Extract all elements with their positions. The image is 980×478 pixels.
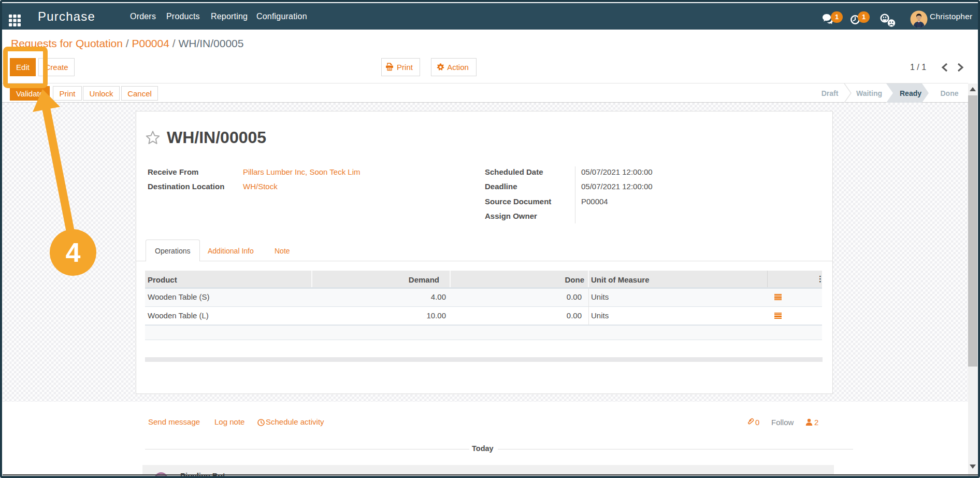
svg-text:Done: Done [941,89,959,97]
svg-text:4: 4 [66,237,81,268]
svg-text:Draft: Draft [822,89,839,97]
svg-text:Waiting: Waiting [856,89,882,97]
svg-text:Ready: Ready [900,89,921,97]
